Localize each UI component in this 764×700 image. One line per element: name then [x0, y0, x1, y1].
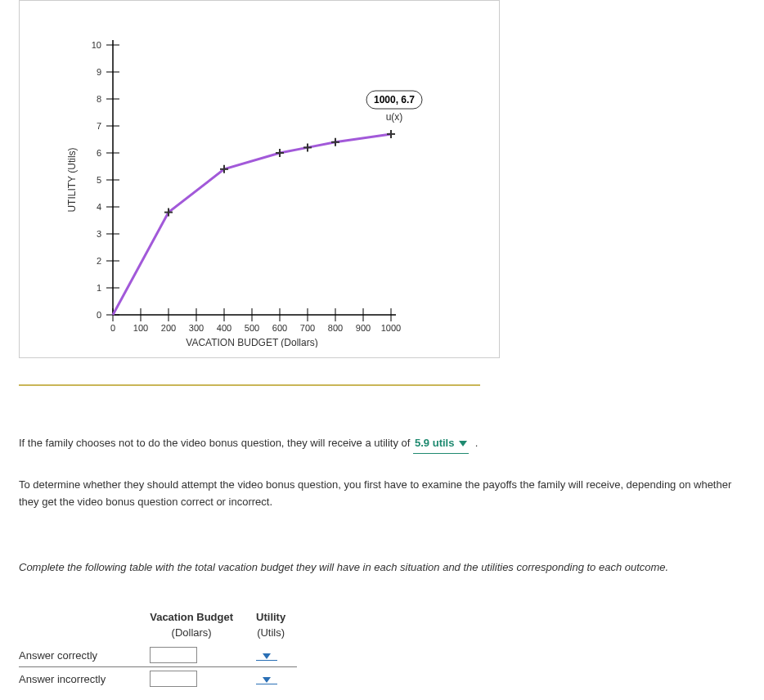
- svg-text:1: 1: [97, 283, 101, 293]
- y-axis-label: UTILITY (Utils): [66, 147, 78, 212]
- svg-text:4: 4: [97, 202, 101, 212]
- section-divider: [19, 383, 480, 386]
- utility-chart-panel: 0 1 2 3 4 5 6 7 8 9 10 UTILITY (Utils) 0: [19, 0, 500, 358]
- col-sub-budget: (Dollars): [138, 625, 245, 644]
- budget-correct-input[interactable]: [150, 647, 197, 663]
- table-row: Answer correctly: [19, 644, 297, 667]
- x-axis-label: VACATION BUDGET (Dollars): [186, 337, 317, 348]
- svg-text:8: 8: [97, 94, 101, 104]
- col-header-budget: Vacation Budget: [138, 609, 245, 625]
- svg-text:6: 6: [97, 148, 101, 158]
- point-annotation: 1000, 6.7 u(x): [366, 91, 422, 123]
- caret-down-icon: [263, 677, 271, 683]
- x-axis: 0 100 200 300 400 500 600 700 800 900 10…: [110, 308, 401, 348]
- svg-text:5: 5: [97, 175, 101, 185]
- payoff-table: Vacation Budget Utility (Dollars) (Utils…: [19, 609, 297, 690]
- svg-text:900: 900: [356, 323, 371, 333]
- svg-text:1000, 6.7: 1000, 6.7: [374, 94, 415, 105]
- svg-text:500: 500: [245, 323, 259, 333]
- table-row: Answer incorrectly: [19, 667, 297, 691]
- svg-text:1000: 1000: [381, 323, 401, 333]
- svg-text:600: 600: [272, 323, 287, 333]
- budget-incorrect-input[interactable]: [150, 671, 197, 687]
- svg-text:3: 3: [97, 229, 101, 239]
- caret-down-icon: [459, 441, 467, 446]
- row-label-correct: Answer correctly: [19, 644, 138, 667]
- question-2-text: To determine whether they should attempt…: [19, 477, 745, 511]
- col-sub-utility: (Utils): [245, 625, 297, 644]
- utility-chart: 0 1 2 3 4 5 6 7 8 9 10 UTILITY (Utils) 0: [64, 29, 473, 331]
- question-3-prompt: Complete the following table with the to…: [19, 559, 745, 577]
- utility-dropdown[interactable]: 5.9 utils: [413, 435, 469, 454]
- utility-correct-dropdown[interactable]: [256, 653, 277, 661]
- row-label-incorrect: Answer incorrectly: [19, 667, 138, 691]
- utility-curve: [113, 134, 391, 315]
- svg-text:200: 200: [161, 323, 176, 333]
- legend-label: u(x): [386, 111, 403, 123]
- svg-text:800: 800: [328, 323, 343, 333]
- question-1-text: If the family chooses not to do the vide…: [19, 435, 745, 454]
- svg-text:0: 0: [110, 323, 115, 333]
- utility-dropdown-value: 5.9 utils: [415, 435, 454, 452]
- data-markers: [164, 130, 395, 217]
- col-header-utility: Utility: [245, 609, 297, 625]
- svg-text:2: 2: [97, 256, 101, 266]
- utility-incorrect-dropdown[interactable]: [256, 677, 277, 684]
- svg-text:0: 0: [97, 310, 101, 320]
- svg-text:7: 7: [97, 121, 101, 131]
- svg-text:9: 9: [97, 67, 101, 77]
- svg-text:300: 300: [189, 323, 204, 333]
- svg-text:100: 100: [133, 323, 148, 333]
- y-axis: 0 1 2 3 4 5 6 7 8 9 10 UTILITY (Utils): [66, 40, 119, 320]
- caret-down-icon: [263, 653, 271, 659]
- svg-text:700: 700: [300, 323, 315, 333]
- svg-text:10: 10: [92, 40, 101, 50]
- svg-text:400: 400: [217, 323, 231, 333]
